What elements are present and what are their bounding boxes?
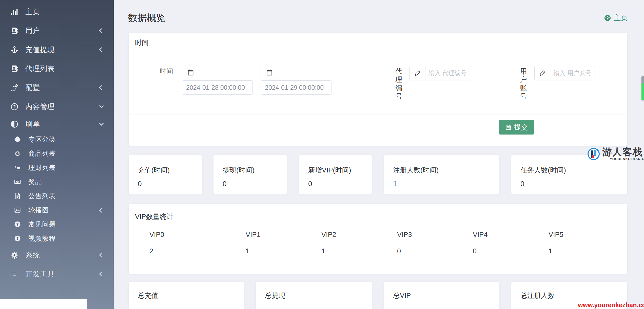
total-label: 总注册人数 <box>520 291 555 300</box>
time-field-label: 时间 <box>144 67 173 76</box>
sidebar-item-dev-tools[interactable]: 开发工具 <box>0 264 114 283</box>
sidebar-item-label: 主页 <box>25 7 40 17</box>
vip-value: 2 <box>139 242 235 260</box>
filter-card: 时间 时间 代理编号 <box>129 33 627 146</box>
image-icon <box>14 206 21 214</box>
stat-label: 任务人数(时间) <box>520 166 566 175</box>
address-book-icon <box>10 64 19 73</box>
submit-button[interactable]: 提交 <box>499 120 534 135</box>
sidebar-item-faq[interactable]: ? 常见问题 <box>0 217 114 231</box>
vip-column-header: VIP1 <box>235 228 311 242</box>
sidebar-item-recharge-withdraw[interactable]: 充值提现 <box>0 40 114 59</box>
bar-chart-icon <box>10 8 19 16</box>
main-content: 数据概览 主页 时间 时间 <box>114 0 644 309</box>
sidebar-item-home[interactable]: 主页 <box>0 2 114 21</box>
adjust-icon <box>10 120 19 128</box>
sidebar-item-label: 轮播图 <box>28 206 49 215</box>
question-circle-icon: ? <box>14 220 21 228</box>
chevron-left-icon <box>99 253 104 257</box>
sidebar-item-label: 开发工具 <box>25 269 55 279</box>
keyboard-icon <box>10 270 19 278</box>
stat-card-recharge: 充值(时间) 0 <box>129 155 202 194</box>
address-book-icon <box>10 27 19 35</box>
sidebar-item-label: 充值提现 <box>25 45 55 55</box>
sidebar-item-label: 内容管理 <box>25 102 55 112</box>
vip-column-header: VIP3 <box>387 228 462 242</box>
date-end-input[interactable] <box>261 80 331 95</box>
date-start-input[interactable] <box>182 80 253 95</box>
hearing-icon <box>10 83 19 92</box>
sidebar-tooltip-box <box>0 299 87 309</box>
chevron-left-icon <box>99 208 104 212</box>
sidebar-item-carousel[interactable]: 轮播图 <box>0 203 114 217</box>
user-account-label: 用户账号 <box>520 67 527 101</box>
chevron-down-icon <box>99 121 104 125</box>
sidebar-item-content-mgmt[interactable]: ? 内容管理 <box>0 97 114 116</box>
page-title: 数据概览 <box>128 12 166 24</box>
chevron-left-icon <box>99 272 104 276</box>
stat-label: 新增VIP(时间) <box>308 166 351 175</box>
vip-value: 1 <box>311 242 387 260</box>
question-circle-icon: ? <box>14 235 21 242</box>
vip-stats-card: VIP数量统计 VIP0 VIP1 VIP2 VIP3 VIP4 VIP5 2 … <box>129 204 627 274</box>
total-label: 总充值 <box>138 291 158 300</box>
vip-value: 0 <box>462 242 538 260</box>
vip-table-row: 2 1 1 0 0 1 <box>139 242 617 260</box>
scrollbar-thumb[interactable] <box>641 76 644 100</box>
home-link[interactable]: 主页 <box>604 13 628 23</box>
vip-column-header: VIP2 <box>311 228 387 242</box>
agent-id-label: 代理编号 <box>395 67 403 101</box>
stat-value: 0 <box>223 180 227 188</box>
sidebar-item-users[interactable]: 用户 <box>0 21 114 40</box>
home-link-label: 主页 <box>614 13 628 23</box>
vip-table-header: VIP0 VIP1 VIP2 VIP3 VIP4 VIP5 <box>139 228 617 242</box>
stat-value: 1 <box>393 180 397 188</box>
sidebar-item-label: 用户 <box>25 26 40 36</box>
sidebar-item-label: 商品列表 <box>28 149 56 158</box>
sidebar-item-system[interactable]: 系统 <box>0 246 114 264</box>
vip-column-header: VIP5 <box>538 228 617 242</box>
stat-card-registrations: 注册人数(时间) 1 <box>384 155 499 194</box>
stat-card-new-vip: 新增VIP(时间) 0 <box>299 155 372 194</box>
vip-value: 1 <box>538 242 617 260</box>
sidebar-item-config[interactable]: 配置 <box>0 78 114 97</box>
sidebar-item-finance-list[interactable]: 理财列表 <box>0 161 114 175</box>
vip-column-header: VIP4 <box>462 228 538 242</box>
total-label: 总提现 <box>265 291 285 300</box>
sidebar-item-agent-list[interactable]: 代理列表 <box>0 59 114 78</box>
calendar-button-start[interactable] <box>182 66 199 79</box>
user-account-input[interactable] <box>550 66 595 80</box>
vip-card-title: VIP数量统计 <box>135 212 173 221</box>
pencil-icon <box>410 66 425 80</box>
gear-icon <box>10 251 19 259</box>
g-icon: G <box>14 150 21 157</box>
total-card-vip: 总VIP <box>384 282 499 309</box>
calendar-button-end[interactable] <box>261 66 278 79</box>
watermark-url: www.yourenkezhan.com <box>578 301 644 309</box>
indent-list-icon <box>14 164 21 171</box>
sidebar-item-video-tutorial[interactable]: ? 视频教程 <box>0 231 114 246</box>
sidebar: 主页 用户 充值提现 <box>0 0 114 309</box>
sidebar-item-announcement-list[interactable]: 公告列表 <box>0 189 114 203</box>
money-bill-icon: 1 <box>14 178 21 186</box>
stat-card-withdraw: 提现(时间) 0 <box>213 155 287 194</box>
calendar-icon <box>187 69 194 76</box>
sidebar-item-prizes[interactable]: 1 奖品 <box>0 175 114 189</box>
submit-button-label: 提交 <box>514 123 528 132</box>
sidebar-item-goods-list[interactable]: G 商品列表 <box>0 146 114 161</box>
sidebar-item-label: 专区分类 <box>28 135 56 144</box>
sidebar-item-brush-order[interactable]: 刷单 <box>0 116 114 132</box>
sidebar-item-label: 配置 <box>25 83 40 93</box>
chevron-down-icon <box>99 103 104 108</box>
stat-value: 0 <box>308 180 312 188</box>
svg-text:?: ? <box>16 222 18 226</box>
sidebar-item-label: 理财列表 <box>28 163 56 172</box>
stat-card-tasks: 任务人数(时间) 0 <box>511 155 627 194</box>
agent-id-input[interactable] <box>425 66 470 80</box>
card-footer-divider <box>129 115 627 115</box>
sidebar-item-label: 奖品 <box>28 178 42 186</box>
vip-table: VIP0 VIP1 VIP2 VIP3 VIP4 VIP5 2 1 1 0 0 … <box>139 228 617 260</box>
sidebar-item-label: 系统 <box>25 250 40 260</box>
save-icon <box>505 124 512 130</box>
sidebar-item-zone-category[interactable]: 专区分类 <box>0 132 114 146</box>
